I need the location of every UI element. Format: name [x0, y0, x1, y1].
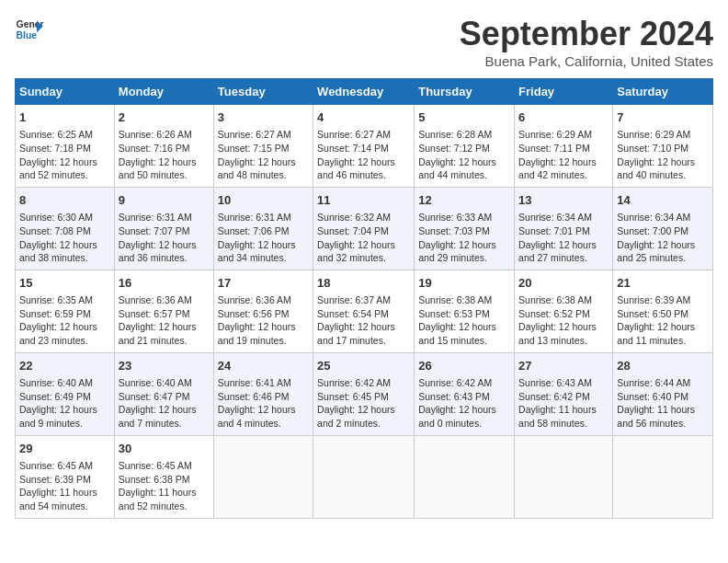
calendar-cell: 11Sunrise: 6:32 AMSunset: 7:04 PMDayligh… — [313, 187, 415, 270]
calendar-cell: 17Sunrise: 6:36 AMSunset: 6:56 PMDayligh… — [213, 270, 313, 352]
calendar-cell — [415, 435, 515, 518]
calendar-cell: 25Sunrise: 6:42 AMSunset: 6:45 PMDayligh… — [313, 352, 415, 435]
logo: General Blue — [15, 15, 44, 44]
calendar-cell: 24Sunrise: 6:41 AMSunset: 6:46 PMDayligh… — [213, 352, 313, 435]
day-of-week-header: Tuesday — [213, 79, 313, 105]
day-of-week-header: Saturday — [613, 79, 713, 105]
calendar-cell: 12Sunrise: 6:33 AMSunset: 7:03 PMDayligh… — [415, 187, 515, 270]
calendar-cell: 3Sunrise: 6:27 AMSunset: 7:15 PMDaylight… — [213, 105, 313, 188]
calendar-subtitle: Buena Park, California, United States — [460, 53, 713, 69]
day-number: 8 — [19, 192, 110, 209]
day-number: 1 — [19, 109, 110, 126]
day-number: 16 — [119, 275, 210, 292]
day-number: 3 — [218, 109, 309, 126]
logo-icon: General Blue — [15, 15, 44, 44]
day-number: 28 — [617, 358, 709, 374]
day-of-week-header: Monday — [114, 79, 213, 105]
day-number: 25 — [317, 358, 410, 374]
day-of-week-header: Friday — [515, 79, 613, 105]
calendar-week-row: 1Sunrise: 6:25 AMSunset: 7:18 PMDaylight… — [16, 105, 713, 188]
day-number: 20 — [518, 275, 609, 292]
calendar-cell: 6Sunrise: 6:29 AMSunset: 7:11 PMDaylight… — [515, 105, 613, 188]
calendar-cell: 29Sunrise: 6:45 AMSunset: 6:39 PMDayligh… — [16, 435, 115, 518]
calendar-table: SundayMondayTuesdayWednesdayThursdayFrid… — [15, 78, 713, 519]
calendar-week-row: 15Sunrise: 6:35 AMSunset: 6:59 PMDayligh… — [16, 270, 713, 352]
calendar-cell: 13Sunrise: 6:34 AMSunset: 7:01 PMDayligh… — [515, 187, 613, 270]
day-number: 10 — [218, 192, 309, 209]
calendar-cell — [613, 435, 713, 518]
calendar-body: 1Sunrise: 6:25 AMSunset: 7:18 PMDaylight… — [16, 105, 713, 519]
svg-text:Blue: Blue — [17, 30, 38, 40]
day-number: 15 — [19, 275, 110, 292]
calendar-cell: 4Sunrise: 6:27 AMSunset: 7:14 PMDaylight… — [313, 105, 415, 188]
day-number: 19 — [418, 275, 510, 292]
calendar-cell: 18Sunrise: 6:37 AMSunset: 6:54 PMDayligh… — [313, 270, 415, 352]
day-number: 11 — [317, 192, 410, 209]
day-of-week-header: Thursday — [415, 79, 515, 105]
calendar-cell: 7Sunrise: 6:29 AMSunset: 7:10 PMDaylight… — [613, 105, 713, 188]
calendar-week-row: 29Sunrise: 6:45 AMSunset: 6:39 PMDayligh… — [16, 435, 713, 518]
calendar-title: September 2024 — [460, 15, 713, 53]
day-number: 24 — [218, 358, 309, 374]
calendar-cell: 9Sunrise: 6:31 AMSunset: 7:07 PMDaylight… — [114, 187, 213, 270]
day-number: 9 — [119, 192, 210, 209]
day-number: 29 — [19, 441, 110, 457]
title-block: September 2024 Buena Park, California, U… — [460, 15, 713, 69]
day-number: 18 — [317, 275, 410, 292]
calendar-cell: 26Sunrise: 6:42 AMSunset: 6:43 PMDayligh… — [415, 352, 515, 435]
calendar-cell — [213, 435, 313, 518]
calendar-cell: 10Sunrise: 6:31 AMSunset: 7:06 PMDayligh… — [213, 187, 313, 270]
day-number: 2 — [119, 109, 210, 126]
day-number: 14 — [617, 192, 709, 209]
day-of-week-header: Wednesday — [313, 79, 415, 105]
calendar-cell: 27Sunrise: 6:43 AMSunset: 6:42 PMDayligh… — [515, 352, 613, 435]
calendar-week-row: 8Sunrise: 6:30 AMSunset: 7:08 PMDaylight… — [16, 187, 713, 270]
day-number: 17 — [218, 275, 309, 292]
day-number: 7 — [617, 109, 709, 126]
calendar-cell: 8Sunrise: 6:30 AMSunset: 7:08 PMDaylight… — [16, 187, 115, 270]
calendar-cell: 5Sunrise: 6:28 AMSunset: 7:12 PMDaylight… — [415, 105, 515, 188]
calendar-cell: 2Sunrise: 6:26 AMSunset: 7:16 PMDaylight… — [114, 105, 213, 188]
calendar-cell: 20Sunrise: 6:38 AMSunset: 6:52 PMDayligh… — [515, 270, 613, 352]
day-number: 5 — [418, 109, 510, 126]
day-number: 22 — [19, 358, 110, 374]
day-number: 30 — [119, 441, 210, 457]
calendar-cell: 16Sunrise: 6:36 AMSunset: 6:57 PMDayligh… — [114, 270, 213, 352]
day-number: 23 — [119, 358, 210, 374]
day-number: 21 — [617, 275, 709, 292]
day-of-week-header: Sunday — [16, 79, 115, 105]
calendar-cell: 22Sunrise: 6:40 AMSunset: 6:49 PMDayligh… — [16, 352, 115, 435]
calendar-cell — [515, 435, 613, 518]
day-number: 27 — [518, 358, 609, 374]
day-number: 4 — [317, 109, 410, 126]
day-number: 6 — [518, 109, 609, 126]
calendar-cell — [313, 435, 415, 518]
day-number: 26 — [418, 358, 510, 374]
calendar-cell: 14Sunrise: 6:34 AMSunset: 7:00 PMDayligh… — [613, 187, 713, 270]
calendar-cell: 30Sunrise: 6:45 AMSunset: 6:38 PMDayligh… — [114, 435, 213, 518]
calendar-cell: 28Sunrise: 6:44 AMSunset: 6:40 PMDayligh… — [613, 352, 713, 435]
calendar-cell: 1Sunrise: 6:25 AMSunset: 7:18 PMDaylight… — [16, 105, 115, 188]
calendar-header-row: SundayMondayTuesdayWednesdayThursdayFrid… — [16, 79, 713, 105]
day-number: 13 — [518, 192, 609, 209]
calendar-cell: 15Sunrise: 6:35 AMSunset: 6:59 PMDayligh… — [16, 270, 115, 352]
calendar-cell: 23Sunrise: 6:40 AMSunset: 6:47 PMDayligh… — [114, 352, 213, 435]
calendar-week-row: 22Sunrise: 6:40 AMSunset: 6:49 PMDayligh… — [16, 352, 713, 435]
calendar-cell: 21Sunrise: 6:39 AMSunset: 6:50 PMDayligh… — [613, 270, 713, 352]
calendar-cell: 19Sunrise: 6:38 AMSunset: 6:53 PMDayligh… — [415, 270, 515, 352]
page-header: General Blue September 2024 Buena Park, … — [15, 15, 713, 69]
day-number: 12 — [418, 192, 510, 209]
